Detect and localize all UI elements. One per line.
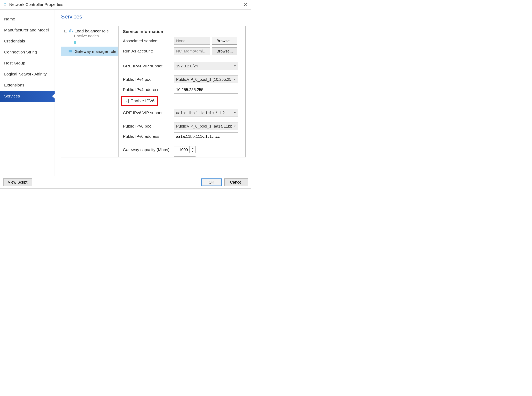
enable-ipv6-highlight: ✓ Enable IPV6 <box>121 96 158 106</box>
body: Name Manufacturer and Model Credentials … <box>0 9 251 176</box>
chevron-down-icon <box>234 79 236 80</box>
service-info-form: Service information Associated service: … <box>119 26 245 157</box>
run-as-input <box>174 47 210 55</box>
close-button[interactable]: ✕ <box>242 1 249 7</box>
lb-role-icon <box>69 29 73 33</box>
svg-rect-1 <box>5 4 5 6</box>
svg-rect-2 <box>4 6 6 6</box>
titlebar: Network Controller Properties ✕ <box>0 0 251 9</box>
associated-service-browse-button[interactable]: Browse... <box>212 37 237 45</box>
svg-rect-3 <box>69 31 70 32</box>
sidebar-item-extensions[interactable]: Extensions <box>0 80 55 91</box>
chevron-down-icon <box>234 65 236 67</box>
app-icon <box>3 2 7 7</box>
spinner-up-icon[interactable] <box>190 157 195 157</box>
gre-ipv6-label: GRE IPv6 VIP subnet: <box>123 111 174 115</box>
window-title: Network Controller Properties <box>9 2 242 7</box>
public-ipv4-pool-dropdown[interactable]: PublicVIP_0_pool_1 (10.255.25 <box>174 76 238 83</box>
gre-ipv4-dropdown[interactable]: 192.0.2.0/24 <box>174 62 238 70</box>
section-title: Service information <box>123 29 243 34</box>
svg-point-0 <box>4 3 6 4</box>
gateway-capacity-spinner[interactable] <box>174 146 196 153</box>
run-as-browse-button[interactable]: Browse... <box>212 47 237 55</box>
spinner-down-icon[interactable] <box>190 150 195 153</box>
lb-node-icon[interactable] <box>74 40 116 46</box>
tree-item-label: Gateway manager role <box>75 49 116 54</box>
tree-item-gateway-manager[interactable]: Gateway manager role <box>61 47 118 56</box>
gateway-capacity-label: Gateway capacity (Mbps): <box>123 147 174 152</box>
gre-ipv4-label: GRE IPv4 VIP subnet: <box>123 64 174 68</box>
tree-item-label: Load balancer role <box>75 29 109 33</box>
spinner-up-icon[interactable] <box>190 146 195 150</box>
public-ipv4-address-label: Public IPv4 address: <box>123 87 174 92</box>
sidebar-item-host-group[interactable]: Host Group <box>0 58 55 69</box>
collapse-icon[interactable]: − <box>64 30 67 32</box>
service-tree: − Load balancer role 1 active nodes <box>61 26 119 157</box>
sidebar-item-connection-string[interactable]: Connection String <box>0 47 55 58</box>
enable-ipv6-label: Enable IPV6 <box>130 99 154 104</box>
chevron-down-icon <box>234 112 236 113</box>
public-ipv4-address-input[interactable] <box>174 86 238 93</box>
svg-rect-4 <box>70 30 71 32</box>
enable-ipv6-checkbox[interactable]: ✓ <box>125 99 129 103</box>
sidebar-item-name[interactable]: Name <box>0 14 55 24</box>
footer: View Script OK Cancel <box>0 176 251 188</box>
chevron-down-icon <box>234 126 236 127</box>
run-as-label: Run As account: <box>123 49 174 53</box>
sidebar-item-logical-network-affinity[interactable]: Logical Network Affinity <box>0 69 55 80</box>
sidebar-item-services[interactable]: Services <box>0 91 55 102</box>
associated-service-label: Associated service: <box>123 39 174 43</box>
sidebar: Name Manufacturer and Model Credentials … <box>0 10 55 176</box>
gateway-capacity-input[interactable] <box>174 146 189 153</box>
public-ipv6-pool-dropdown[interactable]: PublicVIP_0_pool_1 (aa1a:11bb: <box>174 122 238 130</box>
ok-button[interactable]: OK <box>201 178 222 186</box>
sidebar-item-credentials[interactable]: Credentials <box>0 35 55 47</box>
tree-item-load-balancer[interactable]: − Load balancer role 1 active nodes <box>61 28 118 47</box>
sidebar-item-manufacturer[interactable]: Manufacturer and Model <box>0 24 55 35</box>
associated-service-input <box>174 37 210 45</box>
public-ipv4-pool-label: Public IPv4 pool: <box>123 77 174 82</box>
cancel-button[interactable]: Cancel <box>224 178 248 186</box>
page-title: Services <box>61 14 246 20</box>
view-script-button[interactable]: View Script <box>3 178 32 186</box>
svg-rect-5 <box>72 31 73 32</box>
nodes-reserved-spinner[interactable] <box>174 157 196 157</box>
nodes-reserved-input[interactable] <box>174 157 189 157</box>
tree-item-subtext: 1 active nodes <box>74 34 116 38</box>
gw-role-icon <box>68 49 73 54</box>
gre-ipv6-dropdown[interactable]: aa1a:11bb:111c:1c1c::/11-2 <box>174 109 238 117</box>
public-ipv6-pool-label: Public IPv6 pool: <box>123 124 174 128</box>
services-panel: − Load balancer role 1 active nodes <box>61 26 246 157</box>
public-ipv6-address-input[interactable] <box>174 133 238 140</box>
properties-window: Network Controller Properties ✕ Name Man… <box>0 0 251 188</box>
content-pane: Services − Load balancer role 1 active n… <box>55 10 251 176</box>
public-ipv6-address-label: Public IPv6 address: <box>123 134 174 139</box>
svg-rect-6 <box>74 41 76 44</box>
svg-rect-8 <box>69 51 72 52</box>
svg-rect-7 <box>69 50 72 51</box>
